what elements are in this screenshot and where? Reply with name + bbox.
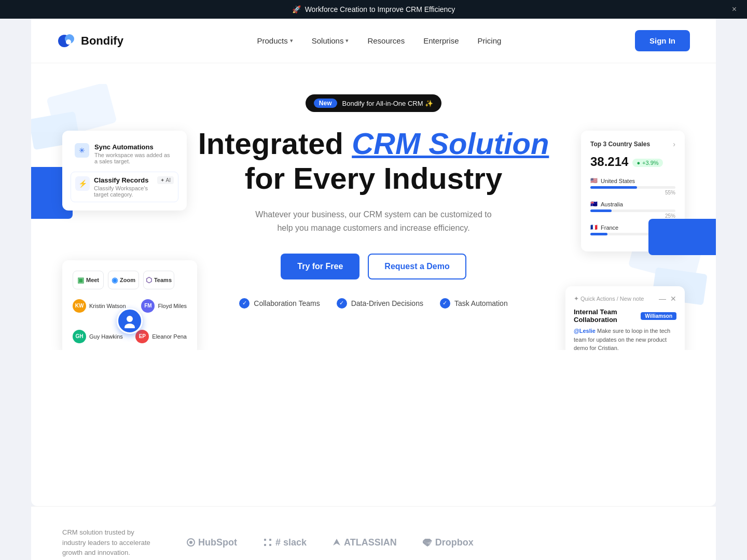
feature-collaboration: ✓ Collaboration Teams (239, 298, 320, 309)
hero-title-accent: CRM Solution (352, 127, 549, 160)
logo-hubspot: HubSpot (187, 537, 237, 548)
center-avatar-circle (117, 308, 143, 334)
nav-item-pricing[interactable]: Pricing (478, 36, 502, 45)
trusted-section: CRM solution trusted by industry leaders… (31, 506, 716, 560)
quick-actions-breadcrumb: ✦ Quick Actions / New note (574, 295, 644, 302)
logo[interactable]: Bondify (57, 32, 123, 50)
feature-data-driven: ✓ Data-Driven Decisions (337, 298, 423, 309)
widget-automations: ✳ Sync Automations The workspace was add… (62, 131, 187, 211)
avatar-kristin-circle: KW (73, 299, 86, 313)
integration-icons-row: ▣ Meet ◉ Zoom ⬡ Teams (73, 271, 187, 289)
trusted-text: CRM solution trusted by industry leaders… (62, 527, 156, 558)
logo-text: Bondify (81, 34, 123, 48)
note-title: Internal Team Collaboration Williamson (574, 308, 676, 324)
widget-sync-automations: ✳ Sync Automations The workspace was add… (71, 139, 178, 169)
svg-rect-14 (269, 544, 271, 546)
close-note-button[interactable]: ✕ (670, 295, 676, 303)
classify-icon: ⚡ (75, 176, 90, 191)
widget-classify-records: ⚡ Classify Records Classify Workspace's … (71, 172, 178, 202)
center-avatar (117, 308, 143, 334)
note-body: @Leslie Make sure to loop in the tech te… (574, 327, 676, 350)
nav-links: Products ▾ Solutions ▾ Resources Enterpr… (257, 36, 502, 45)
sales-chevron: › (673, 140, 675, 148)
nav-item-enterprise[interactable]: Enterprise (423, 36, 459, 45)
sales-number: 38.214 (590, 155, 628, 169)
svg-rect-11 (264, 539, 266, 541)
avatar-floyd: FM Floyd Miles (141, 299, 187, 313)
avatars-grid: KW Kristin Watson FM Floyd Miles GH Guy … (73, 298, 187, 344)
hero-subtitle: Whatever your business, our CRM system c… (249, 208, 498, 234)
qa-controls: — ✕ (659, 295, 676, 303)
new-tag: New (314, 99, 337, 108)
badge-text: Bondify for All-in-One CRM ✨ (342, 100, 434, 107)
nav-item-products[interactable]: Products ▾ (257, 36, 293, 45)
zoom-icon: ◉ Zoom (108, 271, 139, 289)
avatar-eleanor: EP Eleanor Pena (135, 330, 187, 343)
minimize-button[interactable]: — (659, 295, 666, 303)
svg-point-8 (125, 324, 135, 328)
sync-icon: ✳ (75, 143, 89, 158)
signin-button[interactable]: Sign In (635, 30, 690, 51)
widget-integrations: ▣ Meet ◉ Zoom ⬡ Teams KW Kristin Watson (62, 260, 197, 350)
meet-icon: ▣ Meet (73, 271, 104, 289)
note-tag: Williamson (641, 312, 676, 320)
deco-blue-block-right (648, 219, 716, 255)
check-icon-1: ✓ (239, 298, 250, 309)
logo-dropbox: Dropbox (423, 537, 474, 548)
ai-badge: ✦ AI (157, 176, 174, 184)
svg-rect-13 (264, 544, 266, 546)
request-demo-button[interactable]: Request a Demo (368, 254, 466, 279)
top-banner: 🚀 Workforce Creation to Improve CRM Effi… (0, 0, 747, 19)
feature-task-automation: ✓ Task Automation (440, 298, 508, 309)
teams-icon: ⬡ Teams (143, 271, 174, 289)
nav-item-solutions[interactable]: Solutions ▾ (312, 36, 349, 45)
new-badge[interactable]: New Bondify for All-in-One CRM ✨ (306, 94, 441, 112)
country-au: 🇦🇺Australia 25% (590, 201, 675, 219)
try-for-free-button[interactable]: Try for Free (281, 254, 359, 279)
banner-text: Workforce Creation to Improve CRM Effici… (305, 5, 455, 13)
main-wrapper: Bondify Products ▾ Solutions ▾ Resources… (31, 19, 716, 506)
sales-header: Top 3 Country Sales › (590, 140, 675, 148)
logo-icon (57, 32, 76, 50)
banner-close-button[interactable]: × (732, 5, 737, 14)
svg-point-7 (127, 316, 133, 322)
svg-rect-12 (269, 539, 271, 541)
navbar: Bondify Products ▾ Solutions ▾ Resources… (31, 19, 716, 63)
growth-badge: ● +3.9% (632, 159, 662, 167)
country-us: 🇺🇸United States 55% (590, 177, 675, 195)
avatar-guy: GH Guy Hawkins (73, 330, 123, 343)
rocket-icon: 🚀 (292, 5, 301, 13)
hero-section: New Bondify for All-in-One CRM ✨ Integra… (31, 63, 716, 350)
logo-atlassian: ATLASSIAN (333, 537, 397, 548)
note-mention: @Leslie (574, 328, 596, 334)
trusted-logos: HubSpot # slack ATLASSIAN Dropbox (187, 537, 685, 548)
growth-icon: ● (637, 160, 640, 166)
svg-point-2 (66, 39, 71, 45)
quick-actions-header: ✦ Quick Actions / New note — ✕ (574, 295, 676, 303)
nav-item-resources[interactable]: Resources (367, 36, 405, 45)
widget-quick-note: ✦ Quick Actions / New note — ✕ Internal … (565, 286, 685, 350)
svg-point-10 (189, 541, 192, 544)
avatar-floyd-circle: FM (141, 299, 155, 313)
check-icon-3: ✓ (440, 298, 450, 309)
check-icon-2: ✓ (337, 298, 347, 309)
avatar-guy-circle: GH (73, 330, 86, 343)
logo-slack: # slack (263, 537, 307, 548)
